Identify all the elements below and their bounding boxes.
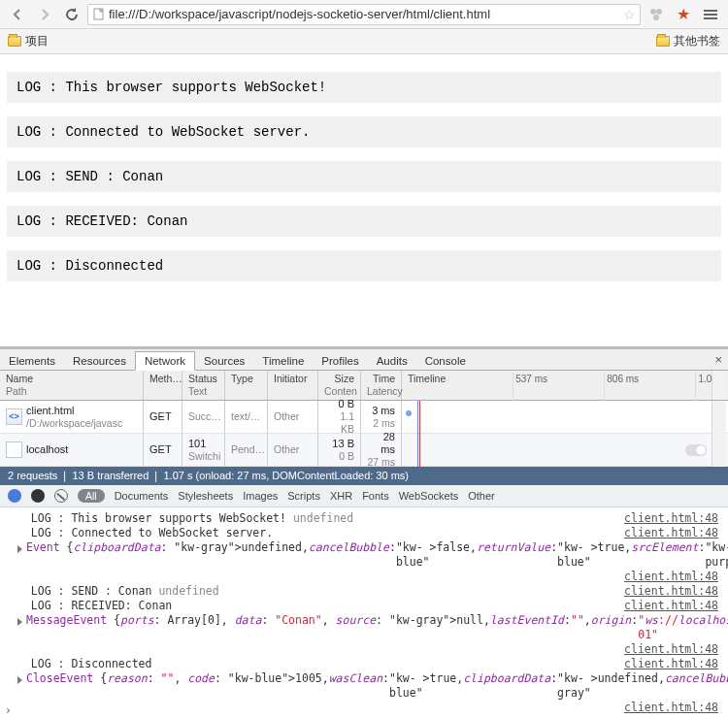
url-text: file:///D:/workspace/javascript/nodejs-s… [109,7,619,21]
console-line: LOG : RECEIVED: Conanclient.html:48 [17,599,718,613]
network-row[interactable]: <> client.html/D:/workspace/javasc GET S… [0,401,728,434]
filter-all[interactable]: All [78,489,105,503]
tab-profiles[interactable]: Profiles [313,352,367,370]
col-type[interactable]: Type [225,371,268,400]
tab-resources[interactable]: Resources [64,352,135,370]
col-timeline[interactable]: Timeline 537 ms 806 ms 1.07 s [402,371,728,400]
console-source-line: client.html:48 [17,642,718,657]
col-method[interactable]: Meth… [144,371,182,400]
timeline-scrollbar[interactable] [711,371,726,400]
tab-console[interactable]: Console [416,352,475,370]
bookmark-left-label: 项目 [25,33,49,49]
console-output: LOG : This browser supports WebSocket! u… [0,507,728,718]
reload-button[interactable] [60,3,83,26]
bookmark-folder-right[interactable]: 其他书签 [656,33,720,49]
devtools-panel: Elements Resources Network Sources Timel… [0,346,728,718]
svg-rect-6 [704,17,717,19]
page-log-line: LOG : This browser supports WebSocket! [7,72,721,103]
page-icon: <> [6,408,22,425]
tab-audits[interactable]: Audits [368,352,416,370]
console-line: LOG : This browser supports WebSocket! u… [17,511,718,526]
page-log-line: LOG : RECEIVED: Conan [7,206,721,237]
browser-toolbar: file:///D:/workspace/javascript/nodejs-s… [0,0,728,29]
clear-icon[interactable] [54,489,68,503]
tab-network[interactable]: Network [135,351,195,371]
console-source-link[interactable]: client.html:48 [624,570,718,584]
network-summary: 2 requests ❘ 13 B transferred ❘ 1.07 s (… [0,467,728,485]
extension-icon-2[interactable]: ★ [672,3,695,26]
extension-icon-1[interactable] [645,3,668,26]
console-line: LOG : Disconnectedclient.html:48 [17,657,718,671]
console-source-link[interactable]: client.html:48 [624,526,718,540]
filter-fonts[interactable]: Fonts [362,490,389,502]
console-filter-bar: All Documents Stylesheets Images Scripts… [0,485,728,507]
col-size[interactable]: SizeConten [318,371,361,400]
filter-websockets[interactable]: WebSockets [399,490,459,502]
filter-xhr[interactable]: XHR [330,490,352,502]
filter-stylesheets[interactable]: Stylesheets [178,490,233,502]
blank-icon [6,441,22,458]
svg-point-2 [656,9,662,15]
filter-documents[interactable]: Documents [115,490,169,502]
console-prompt-icon[interactable]: › [5,703,12,718]
address-bar[interactable]: file:///D:/workspace/javascript/nodejs-s… [87,4,641,25]
svg-rect-4 [704,10,717,12]
svg-rect-5 [704,14,717,16]
filter-other[interactable]: Other [468,490,495,502]
expand-icon[interactable] [17,545,22,553]
console-source-line: client.html:48 [17,701,718,715]
console-source-line: client.html:48 [17,570,718,584]
devtools-close-icon[interactable]: × [714,352,722,367]
menu-button[interactable] [699,3,722,26]
col-status[interactable]: StatusText [182,371,225,400]
expand-icon[interactable] [17,618,22,626]
tab-sources[interactable]: Sources [195,352,253,370]
folder-icon [656,36,670,47]
bookmark-folder-left[interactable]: 项目 [8,33,49,49]
blank-area [0,312,728,346]
console-source-link[interactable]: client.html:48 [624,642,718,657]
bookmark-right-label: 其他书签 [674,33,720,49]
star-icon[interactable]: ☆ [623,7,636,22]
network-row[interactable]: localhost GET 101Switchi Pend… Other 13 … [0,434,728,467]
tab-timeline[interactable]: Timeline [253,352,313,370]
timeline-ticks: 537 ms 806 ms 1.07 s [402,371,728,400]
forward-button[interactable] [33,3,56,26]
console-line: LOG : Connected to WebSocket server.clie… [17,526,718,540]
record-icon[interactable] [31,489,45,503]
file-icon [92,8,105,20]
onload-line [419,401,420,467]
page-log-line: LOG : Connected to WebSocket server. [7,116,721,147]
console-source-link[interactable]: client.html:48 [624,599,718,613]
console-source-link[interactable]: client.html:48 [624,511,718,526]
page-content: LOG : This browser supports WebSocket! L… [0,54,728,312]
devtools-tabs: Elements Resources Network Sources Timel… [0,349,728,371]
page-log-line: LOG : SEND : Conan [7,161,721,192]
console-line: LOG : SEND : Conan undefinedclient.html:… [17,584,718,599]
tab-elements[interactable]: Elements [0,352,64,370]
console-source-link[interactable]: client.html:48 [624,701,718,715]
bookmarks-bar: 项目 其他书签 [0,29,728,54]
console-object-line[interactable]: MessageEvent {ports: Array[0], data: "Co… [17,613,718,642]
svg-point-3 [653,15,659,20]
filter-scripts[interactable]: Scripts [287,490,320,502]
domcontentloaded-line [417,401,418,467]
timeline-marker [406,410,412,416]
folder-icon [8,36,21,47]
console-source-link[interactable]: client.html:48 [624,584,718,599]
websocket-toggle-icon [685,444,707,456]
col-name[interactable]: NamePath [0,371,144,400]
filter-images[interactable]: Images [243,490,278,502]
col-initiator[interactable]: Initiator [268,371,318,400]
list-icon[interactable] [8,489,21,503]
console-source-link[interactable]: client.html:48 [624,657,718,671]
timeline-scrollbar[interactable] [711,401,726,467]
expand-icon[interactable] [17,676,22,684]
col-time[interactable]: TimeLatency [361,371,402,400]
network-grid: <> client.html/D:/workspace/javasc GET S… [0,401,728,467]
network-header-row: NamePath Meth… StatusText Type Initiator… [0,371,728,401]
console-object-line[interactable]: CloseEvent {reason: "", code: "kw-blue">… [17,671,718,701]
svg-point-1 [650,9,656,15]
console-object-line[interactable]: Event {clipboardData: "kw-gray">undefine… [17,540,718,570]
back-button[interactable] [6,3,29,26]
